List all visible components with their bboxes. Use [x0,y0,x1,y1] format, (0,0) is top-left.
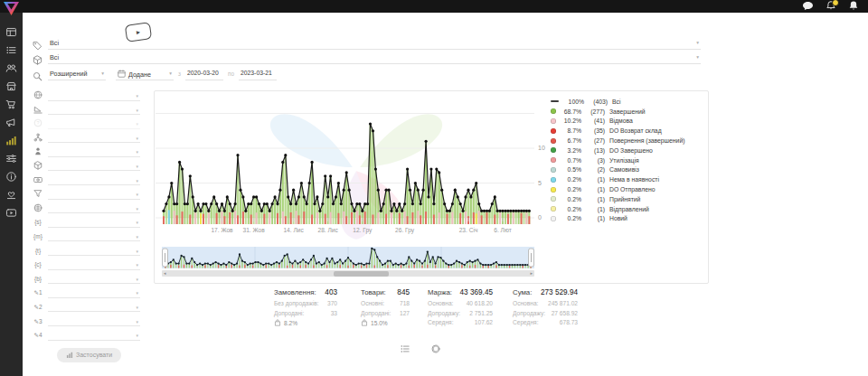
calendar-icon [118,70,126,80]
cube-view-icon[interactable] [431,344,440,355]
sidebar-item-cart[interactable] [5,98,18,110]
legend-item[interactable]: 0.5%(2)Самовивіз [551,165,706,175]
sidebar-item-info[interactable] [5,170,18,183]
legend-item[interactable]: 0.2%(1)DO Отправлено [551,184,706,194]
chart-brush[interactable] [162,247,534,268]
filter-row-pin: ▾ [32,146,140,157]
sidebar-item-loyalty[interactable] [5,188,18,201]
stat-subrow: Основна:40 618.20 [428,300,493,306]
legend-dot-marker [551,108,556,114]
legend-count: (41) [581,118,605,124]
scroll-left-icon[interactable]: ◂ [164,270,166,277]
scrollbar-thumb[interactable] [334,271,390,277]
sidebar-item-orders[interactable] [5,43,18,56]
filter-select-16[interactable]: ▾ [48,301,140,313]
legend-label: Утилізація [609,157,706,164]
filter-select-13[interactable]: ▾ [48,258,140,270]
stats-column: Товари:845Основні:718Допродані:12715.0% [361,288,410,327]
filter-select-14[interactable]: ▾ [48,273,140,285]
topbar-icons [802,0,859,13]
stat-subrow: Середня:678.73 [513,319,578,325]
bell-icon[interactable] [825,1,836,13]
legend-item[interactable]: 0.2%(1)Прийнятий [551,194,706,204]
date-to-input[interactable]: 2023-03-21 [239,67,277,80]
stat-value: 845 [397,288,410,296]
legend-percent: 0.2% [559,196,581,202]
chevron-down-icon: ▾ [136,149,138,155]
date-from-label: з [178,70,181,77]
filter-select-7[interactable]: ▾ [48,174,140,186]
filter-row-pencil-4: ✎4▾ [32,329,140,341]
sidebar-item-store[interactable] [5,80,18,92]
legend-dot-marker [551,187,556,193]
legend-line-marker [551,100,559,102]
filter-row-pencil-3: ✎3▾ [32,315,140,327]
date-field-select[interactable]: Додане ▾ [116,67,174,80]
filter-select-15[interactable]: ▾ [48,287,140,298]
chevron-down-icon: ▾ [136,108,138,113]
filter-select-12[interactable]: ▾ [48,245,140,257]
filter-select-9[interactable]: ▾ [48,202,140,214]
sidebar-item-dashboard[interactable] [5,25,18,38]
legend-percent: 8.7% [559,127,581,134]
sidebar-item-clients[interactable] [5,61,18,74]
svg-text:14. Лис: 14. Лис [283,227,304,233]
filter-row-brace-s: {s}▾ [32,216,140,228]
app-logo-icon[interactable] [3,1,20,20]
stat-subrow: Допродажу:2 751.25 [428,310,493,316]
scroll-right-icon[interactable]: ▸ [530,270,533,277]
chat-icon[interactable] [802,1,814,13]
stat-title: Замовлення: [274,288,316,296]
banknote-icon [32,175,44,187]
filter-select-18[interactable]: ▾ [48,329,140,341]
svg-text:28. Лис: 28. Лис [318,227,339,233]
filter-select-4[interactable]: ▾ [48,132,140,144]
brush-handle-left[interactable] [163,249,168,267]
filter-select-3[interactable]: ▾ [48,118,140,129]
stat-title: Товари: [361,288,386,296]
category-filter-select[interactable]: Всі ▾ [48,36,701,50]
filter-select-1[interactable]: ▾ [48,89,140,101]
sidebar-item-analytics[interactable] [5,134,18,146]
sidebar-item-marketing[interactable] [5,116,18,128]
legend-label: Нема в наявності [609,176,706,183]
sidebar-item-sliders[interactable] [5,152,18,164]
filter-select-2[interactable]: ▾ [48,104,140,116]
legend-item[interactable]: 6.7%(27)Повернення (завершений) [551,136,706,146]
hierarchy-icon [32,133,44,145]
legend-item[interactable]: 0.2%(1)Нема в наявності [551,174,706,184]
search-mode-select[interactable]: Розширений ▾ [48,67,106,80]
chevron-down-icon: ▾ [136,164,138,169]
brush-handle-right[interactable] [529,249,534,267]
filter-select-5[interactable]: ▾ [48,146,140,157]
filter-select-8[interactable]: ▾ [48,188,140,200]
product-filter-select[interactable]: Всі ▾ [48,51,701,64]
globe-icon [32,90,44,102]
stats-column: Маржа:43 369.45Основна:40 618.20Допродаж… [428,288,493,327]
sidebar-item-video[interactable] [5,206,18,219]
svg-text:26. Гру: 26. Гру [395,227,415,234]
legend-item[interactable]: 10.2%(41)Відмова [551,117,706,127]
chevron-down-icon: ▾ [696,40,699,45]
legend-item[interactable]: 0.2%(1)Новий [551,214,706,224]
bell-muted-icon[interactable] [847,1,859,13]
legend-item[interactable]: 100%(403)Всі [551,97,706,107]
stat-title: Сума: [513,288,532,296]
legend-count: (13) [581,147,605,154]
filter-select-6[interactable]: ▾ [48,160,140,172]
legend-item[interactable]: 3.2%(13)DO Завершено [551,146,706,155]
legend-percent: 0.5% [559,166,581,173]
list-view-icon[interactable] [401,344,410,355]
legend-item[interactable]: 0.2%(1)Відправлений [551,204,706,214]
chart-scrollbar[interactable]: ◂ ▸ [162,270,534,277]
apply-button[interactable]: Застосувати [57,348,121,362]
product-filter-value: Всі [50,53,59,61]
filter-select-11[interactable]: ▾ [48,230,140,242]
filter-select-10[interactable]: ▾ [48,216,140,228]
legend-item[interactable]: 68.7%(277)Завершений [551,107,706,117]
legend-count: (403) [584,99,608,105]
filter-select-17[interactable]: ▾ [48,315,140,327]
date-from-input[interactable]: 2020-03-20 [185,67,223,80]
legend-item[interactable]: 8.7%(35)DO Возврат склад [551,126,706,136]
legend-item[interactable]: 0.7%(3)Утилізація [551,155,706,165]
